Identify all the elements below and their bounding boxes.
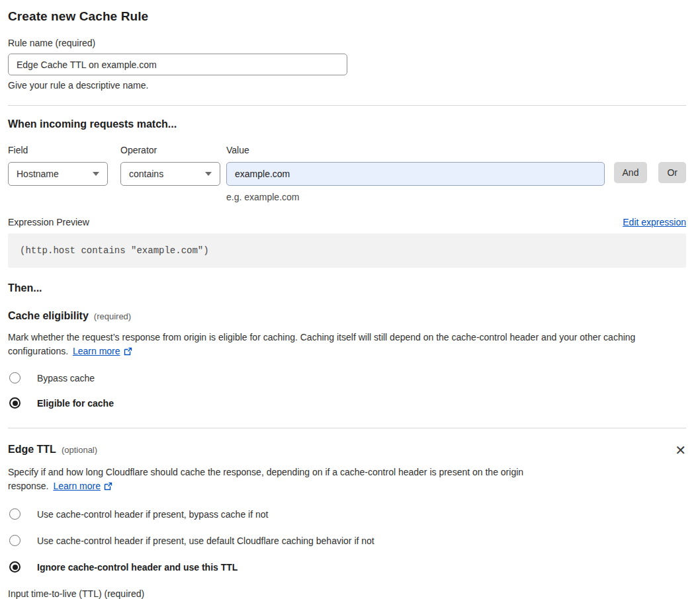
radio-label: Eligible for cache bbox=[37, 398, 114, 409]
radio-icon[interactable] bbox=[9, 372, 21, 383]
radio-option-ignore-header-use-ttl[interactable]: Ignore cache-control header and use this… bbox=[8, 561, 686, 573]
radio-label: Ignore cache-control header and use this… bbox=[37, 562, 238, 573]
operator-select-value: contains bbox=[129, 169, 163, 179]
match-expression-builder: Field Hostname Operator contains Value e… bbox=[8, 145, 686, 202]
value-column: Value e.g. example.com bbox=[226, 145, 605, 202]
radio-label: Use cache-control header if present, byp… bbox=[37, 509, 268, 520]
cache-eligibility-header: Cache eligibility (required) bbox=[8, 310, 686, 322]
rule-name-label: Rule name (required) bbox=[8, 38, 686, 48]
operator-label: Operator bbox=[120, 145, 220, 155]
and-or-buttons: And Or bbox=[614, 145, 686, 183]
operator-select[interactable]: contains bbox=[120, 162, 220, 186]
cache-eligibility-qualifier: (required) bbox=[94, 311, 131, 321]
radio-icon[interactable] bbox=[9, 508, 21, 520]
chevron-down-icon bbox=[205, 172, 212, 176]
radio-option-use-header-default[interactable]: Use cache-control header if present, use… bbox=[8, 535, 686, 546]
radio-icon[interactable] bbox=[9, 397, 21, 409]
rule-name-input[interactable] bbox=[8, 54, 347, 75]
chevron-down-icon bbox=[93, 172, 99, 176]
field-label: Field bbox=[8, 145, 108, 155]
section-divider bbox=[8, 428, 686, 428]
radio-label: Use cache-control header if present, use… bbox=[37, 536, 374, 546]
edge-ttl-heading: Edge TTL bbox=[8, 444, 56, 456]
radio-icon[interactable] bbox=[9, 561, 21, 573]
match-heading: When incoming requests match... bbox=[8, 118, 686, 130]
or-button[interactable]: Or bbox=[658, 162, 686, 183]
external-link-icon bbox=[104, 482, 112, 491]
learn-more-link[interactable]: Learn more bbox=[73, 346, 132, 356]
edge-ttl-description: Specify if and how long Cloudflare shoul… bbox=[8, 465, 558, 493]
field-select-value: Hostname bbox=[17, 169, 59, 179]
and-button[interactable]: And bbox=[614, 162, 648, 183]
learn-more-label: Learn more bbox=[53, 481, 101, 491]
edge-ttl-options: Use cache-control header if present, byp… bbox=[8, 508, 686, 573]
page-title: Create new Cache Rule bbox=[8, 9, 686, 24]
learn-more-label: Learn more bbox=[73, 346, 120, 356]
rule-name-group: Rule name (required) Give your rule a de… bbox=[8, 38, 686, 91]
learn-more-link[interactable]: Learn more bbox=[53, 481, 112, 491]
expression-preview-label: Expression Preview bbox=[8, 217, 89, 227]
section-divider bbox=[8, 105, 686, 106]
operator-column: Operator contains bbox=[120, 145, 220, 186]
ttl-input-label: Input time-to-live (TTL) (required) bbox=[8, 588, 686, 599]
field-column: Field Hostname bbox=[8, 145, 108, 186]
create-cache-rule-form: Create new Cache Rule Rule name (require… bbox=[0, 0, 700, 599]
edge-ttl-qualifier: (optional) bbox=[62, 445, 97, 455]
expression-preview-row: Expression Preview Edit expression bbox=[8, 217, 686, 227]
value-label: Value bbox=[226, 145, 605, 155]
cache-eligibility-heading: Cache eligibility bbox=[8, 310, 89, 322]
radio-label: Bypass cache bbox=[37, 373, 95, 383]
then-heading: Then... bbox=[8, 282, 686, 294]
rule-name-helper: Give your rule a descriptive name. bbox=[8, 80, 686, 91]
radio-option-use-header-bypass[interactable]: Use cache-control header if present, byp… bbox=[8, 508, 686, 520]
external-link-icon bbox=[124, 347, 132, 356]
expression-code: (http.host contains "example.com") bbox=[8, 233, 686, 268]
radio-option-bypass-cache[interactable]: Bypass cache bbox=[8, 372, 686, 383]
edge-ttl-header: Edge TTL (optional) ✕ bbox=[8, 444, 686, 457]
radio-icon[interactable] bbox=[9, 535, 21, 546]
field-select[interactable]: Hostname bbox=[8, 162, 108, 186]
edit-expression-link[interactable]: Edit expression bbox=[623, 217, 686, 227]
cache-eligibility-description: Mark whether the request’s response from… bbox=[8, 331, 686, 358]
radio-option-eligible-for-cache[interactable]: Eligible for cache bbox=[8, 397, 686, 409]
close-icon[interactable]: ✕ bbox=[675, 444, 686, 457]
value-input[interactable] bbox=[226, 162, 605, 186]
value-helper: e.g. example.com bbox=[226, 192, 605, 202]
